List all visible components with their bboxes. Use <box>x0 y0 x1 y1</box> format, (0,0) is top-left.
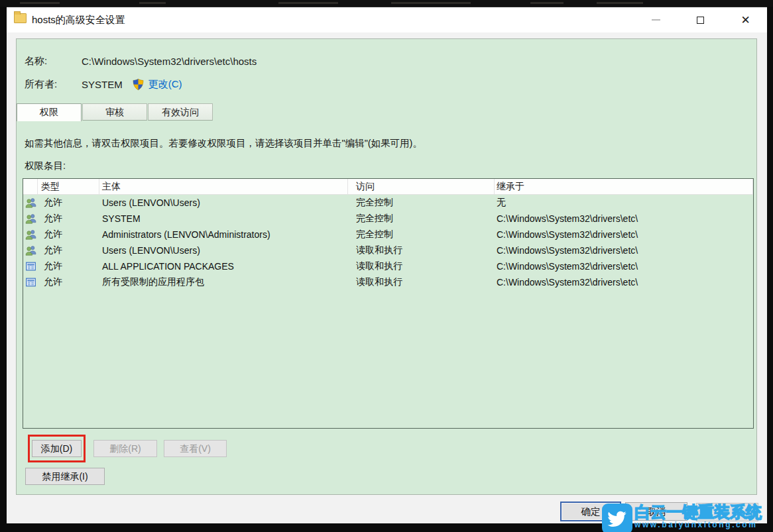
tab-effective-access[interactable]: 有效访问 <box>148 103 213 121</box>
entry-type: 允许 <box>38 213 99 225</box>
entry-inherited-from: C:\Windows\System32\drivers\etc\ <box>495 213 753 224</box>
entry-type: 允许 <box>38 229 99 240</box>
table-row[interactable]: 允许 所有受限制的应用程序包 读取和执行 C:\Windows\System32… <box>23 274 753 290</box>
entry-type: 允许 <box>38 260 99 272</box>
entry-inherited-from: C:\Windows\System32\drivers\etc\ <box>495 245 753 256</box>
entry-access: 读取和执行 <box>348 260 495 272</box>
titlebar: hosts的高级安全设置 ✕ <box>7 7 767 32</box>
change-owner-link[interactable]: 更改(C) <box>149 78 182 91</box>
twitter-bird-icon <box>602 504 632 532</box>
table-header: 类型 主体 访问 继承于 <box>23 179 753 195</box>
column-header-access[interactable]: 访问 <box>348 179 495 194</box>
entry-inherited-from: C:\Windows\System32\drivers\etc\ <box>495 261 753 272</box>
close-icon: ✕ <box>741 15 750 26</box>
maximize-button[interactable] <box>685 7 715 32</box>
entry-access: 完全控制 <box>348 213 495 225</box>
window-title: hosts的高级安全设置 <box>32 14 125 27</box>
permission-entries-table: 类型 主体 访问 继承于 允许 Users (LENVON\Users) 完全控… <box>23 178 754 429</box>
entries-label: 权限条目: <box>25 160 66 172</box>
column-header-icon[interactable] <box>23 179 38 194</box>
folder-icon <box>14 13 27 23</box>
instruction-text: 如需其他信息，请双击权限项目。若要修改权限项目，请选择该项目并单击"编辑"(如果… <box>25 137 422 150</box>
add-button[interactable]: 添加(D) <box>32 440 82 457</box>
entry-inherited-from: C:\Windows\System32\drivers\etc\ <box>495 229 753 240</box>
column-header-type[interactable]: 类型 <box>38 179 99 194</box>
owner-label: 所有者: <box>25 78 82 91</box>
entry-principal: Users (LENVON\Users) <box>99 197 348 208</box>
tab-auditing[interactable]: 审核 <box>82 103 147 121</box>
watermark-url: www.baiyunxitong.com <box>634 520 762 529</box>
advanced-security-dialog: hosts的高级安全设置 ✕ 名称: C:\Windows\System32\d… <box>7 7 767 523</box>
tab-strip: 权限 审核 有效访问 <box>17 103 213 121</box>
entry-principal: Users (LENVON\Users) <box>99 245 348 256</box>
entry-principal: Administrators (LENVON\Administrators) <box>99 229 348 240</box>
minimize-icon <box>652 19 660 21</box>
uac-shield-icon <box>132 78 145 91</box>
watermark-brand: 白云一键重装系统 <box>634 504 762 520</box>
package-icon <box>23 277 38 288</box>
entry-type: 允许 <box>38 276 99 288</box>
column-header-inherited-from[interactable]: 继承于 <box>495 179 753 194</box>
table-row[interactable]: 允许 Users (LENVON\Users) 读取和执行 C:\Windows… <box>23 242 753 258</box>
owner-value: SYSTEM <box>82 79 123 90</box>
table-row[interactable]: 允许 Users (LENVON\Users) 完全控制 无 <box>23 195 753 211</box>
tab-permissions[interactable]: 权限 <box>17 103 82 121</box>
users-icon <box>23 213 38 224</box>
users-icon <box>23 245 38 256</box>
entry-principal: 所有受限制的应用程序包 <box>99 276 348 288</box>
background-window-strip <box>0 0 773 7</box>
view-button: 查看(V) <box>164 440 227 457</box>
disable-inheritance-button[interactable]: 禁用继承(I) <box>25 468 105 485</box>
entry-type: 允许 <box>38 244 99 256</box>
name-label: 名称: <box>25 55 82 68</box>
table-row[interactable]: 允许 SYSTEM 完全控制 C:\Windows\System32\drive… <box>23 211 753 227</box>
close-button[interactable]: ✕ <box>731 7 760 32</box>
object-path: C:\Windows\System32\drivers\etc\hosts <box>82 56 257 67</box>
column-header-principal[interactable]: 主体 <box>99 179 348 194</box>
entry-access: 读取和执行 <box>348 244 495 256</box>
entry-inherited-from: C:\Windows\System32\drivers\etc\ <box>495 277 753 288</box>
entry-type: 允许 <box>38 197 99 209</box>
entry-access: 完全控制 <box>348 197 495 209</box>
entry-access: 读取和执行 <box>348 276 495 288</box>
entry-principal: ALL APPLICATION PACKAGES <box>99 261 348 272</box>
content-panel: 名称: C:\Windows\System32\drivers\etc\host… <box>16 38 757 495</box>
users-icon <box>23 197 38 208</box>
minimize-button[interactable] <box>641 7 671 32</box>
entry-access: 完全控制 <box>348 229 495 240</box>
maximize-icon <box>697 17 704 24</box>
entry-principal: SYSTEM <box>99 213 348 224</box>
watermark: 白云一键重装系统 www.baiyunxitong.com <box>602 504 773 532</box>
table-row[interactable]: 允许 Administrators (LENVON\Administrators… <box>23 227 753 242</box>
table-row[interactable]: 允许 ALL APPLICATION PACKAGES 读取和执行 C:\Win… <box>23 258 753 274</box>
users-icon <box>23 229 38 240</box>
package-icon <box>23 261 38 272</box>
remove-button: 删除(R) <box>93 440 157 457</box>
entry-inherited-from: 无 <box>495 197 753 209</box>
